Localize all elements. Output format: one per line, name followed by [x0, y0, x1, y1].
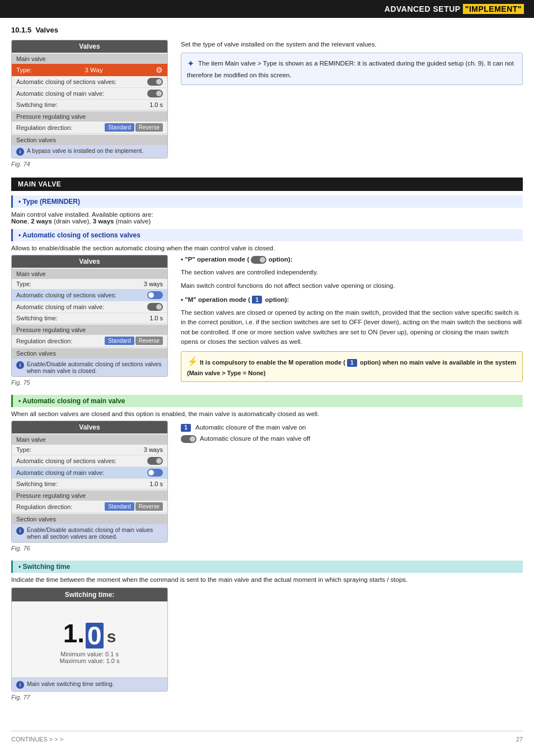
- valves-panel-fig76: Valves Main valve Type: 3 ways Automatic…: [11, 421, 168, 543]
- fig76-pressure-group: Pressure regulating valve: [12, 491, 167, 501]
- fig77-label: Fig. 77: [11, 694, 171, 701]
- switch-value-unit: s: [107, 627, 116, 646]
- switching-time-desc: Indicate the time between the moment whe…: [11, 576, 523, 583]
- switch-min-max: Minimum value: 0.1 s Maximum value: 1.0 …: [17, 648, 162, 672]
- switch-min: Minimum value: 0.1 s: [17, 651, 162, 657]
- closure-off-text: Automatic closure of the main valve off: [200, 434, 310, 444]
- fig76-note: i Enable/Disable automatic closing of ma…: [12, 524, 167, 542]
- fig76-switching-row: Switching time: 1.0 s: [12, 479, 167, 489]
- fig76-panel: Valves Main valve Type: 3 ways Automatic…: [11, 421, 171, 556]
- fig76-std-rev-buttons: Standard Reverse: [105, 502, 163, 511]
- type-reminder-subtitle: • Type (REMINDER): [11, 195, 523, 208]
- compass-icon: ✦: [187, 59, 194, 68]
- type-value: 3 Way: [85, 67, 102, 73]
- mode-p-desc1: The section valves are controlled indepe…: [181, 268, 523, 277]
- page-number: 27: [516, 736, 523, 743]
- fig75-section-valves-group: Section valves: [12, 348, 167, 358]
- mode-m-entry: • "M" operation mode ( 1 option): The se…: [181, 295, 523, 347]
- fig75-info-icon: i: [16, 361, 24, 369]
- fig75-panel-title: Valves: [12, 255, 167, 268]
- info-box-reminder: ✦ The item Main valve > Type is shown as…: [181, 53, 523, 85]
- reverse-btn[interactable]: Reverse: [135, 123, 163, 132]
- regulation-row: Regulation direction: Standard Reverse: [12, 122, 167, 134]
- auto-close-main-block: Valves Main valve Type: 3 ways Automatic…: [11, 421, 523, 556]
- auto-close-sections-subtitle: • Automatic closing of sections valves: [11, 229, 523, 241]
- continues-text: CONTINUES > > >: [11, 736, 63, 743]
- switch-value-dec: 0: [86, 623, 104, 648]
- valves-panel-title: Valves: [12, 40, 167, 53]
- switching-time-block: Switching time: 1.0s Minimum value: 0.1 …: [11, 587, 523, 705]
- info-icon: i: [16, 148, 24, 156]
- fig75-sections-toggle[interactable]: [147, 291, 163, 299]
- fig75-note: i Enable/Disable automatic closing of se…: [12, 358, 167, 376]
- header-highlight: "IMPLEMENT": [463, 4, 524, 14]
- warn-icon: ⚡: [187, 357, 198, 366]
- fig77-panel: Switching time: 1.0s Minimum value: 0.1 …: [11, 587, 171, 705]
- std-rev-buttons: Standard Reverse: [105, 123, 163, 132]
- closure-on-text: Automatic closure of the main valve on: [195, 423, 306, 432]
- auto-close-sections-toggle[interactable]: [147, 78, 163, 86]
- valves-panel-fig75: Valves Main valve Type: 3 ways Automatic…: [11, 255, 168, 377]
- type-label: Type:: [16, 67, 32, 73]
- auto-close-sections-modes: • "P" operation mode ( option): The sect…: [181, 255, 523, 382]
- fig76-main-toggle[interactable]: [147, 469, 163, 477]
- auto-close-main-toggle[interactable]: [147, 90, 163, 97]
- auto-close-main-row: Automatic closing of main valve:: [12, 88, 167, 100]
- fig75-auto-main-row: Automatic closing of main valve:: [12, 301, 167, 313]
- fig76-info-icon: i: [16, 527, 24, 535]
- fig75-panel: Valves Main valve Type: 3 ways Automatic…: [11, 255, 171, 390]
- closure-on-ind: 1: [181, 424, 191, 432]
- fig75-switching-row: Switching time: 1.0 s: [12, 313, 167, 324]
- fig76-type-row: Type: 3 ways: [12, 445, 167, 455]
- fig76-standard-btn[interactable]: Standard: [105, 502, 134, 511]
- warn-box: ⚡ It is compulsory to enable the M opera…: [181, 351, 523, 382]
- main-valve-banner: MAIN VALVE: [11, 178, 523, 191]
- fig77-note: i Main valve switching time setting.: [12, 678, 167, 691]
- mode-m-desc: The section valves are closed or opened …: [181, 308, 523, 347]
- switch-time-display: 1.0s Minimum value: 0.1 s Maximum value:…: [12, 601, 167, 678]
- switching-time-row: Switching time: 1.0 s: [12, 100, 167, 110]
- auto-close-main-legend: 1 Automatic closure of the main valve on…: [181, 421, 523, 446]
- auto-close-sections-desc: Allows to enable/disable the section aut…: [11, 245, 523, 251]
- type-row: Type: 3 Way ⚙: [12, 64, 167, 76]
- closure-off-row: Automatic closure of the main valve off: [181, 434, 523, 444]
- fig74-note: i A bypass valve is installed on the imp…: [12, 145, 167, 158]
- info-box-text: The item Main valve > Type is shown as a…: [187, 60, 514, 78]
- fig76-reverse-btn[interactable]: Reverse: [135, 502, 163, 511]
- warn-ind1: 1: [347, 359, 357, 367]
- auto-close-main-subtitle: • Automatic closing of main valve: [11, 395, 523, 407]
- mode-p-desc2: Main switch control functions do not aff…: [181, 281, 523, 291]
- fig77-info-icon: i: [16, 681, 24, 689]
- fig75-main-valve-group: Main valve: [12, 269, 167, 279]
- header-title: ADVANCED SETUP: [385, 4, 463, 13]
- fig76-panel-title: Valves: [12, 421, 167, 433]
- switch-max: Maximum value: 1.0 s: [17, 657, 162, 664]
- fig76-label: Fig. 76: [11, 545, 171, 552]
- auto-close-sections-row: Automatic closing of sections valves:: [12, 76, 167, 88]
- gear-icon[interactable]: ⚙: [156, 66, 163, 74]
- fig74-panel: Valves Main valve Type: 3 Way ⚙ Automati…: [11, 40, 171, 172]
- fig74-block: Valves Main valve Type: 3 Way ⚙ Automati…: [11, 40, 523, 172]
- fig76-sections-toggle[interactable]: [147, 457, 163, 465]
- fig75-reverse-btn[interactable]: Reverse: [135, 337, 163, 345]
- section-valves-group: Section valves: [12, 135, 167, 145]
- fig75-auto-sections-row: Automatic closing of sections valves:: [12, 290, 167, 301]
- fig75-standard-btn[interactable]: Standard: [105, 337, 134, 345]
- fig75-regulation-row: Regulation direction: Standard Reverse: [12, 335, 167, 347]
- type-reminder-text: Main control valve installed. Available …: [11, 211, 523, 225]
- mode-p-entry: • "P" operation mode ( option): The sect…: [181, 255, 523, 291]
- switch-time-value: 1.0s: [17, 618, 162, 648]
- fig75-type-row: Type: 3 ways: [12, 279, 167, 290]
- fig76-section-valves-group: Section valves: [12, 514, 167, 524]
- fig76-main-valve-group: Main valve: [12, 435, 167, 445]
- fig75-label: Fig. 75: [11, 379, 171, 386]
- standard-btn[interactable]: Standard: [105, 123, 134, 132]
- fig75-std-rev-buttons: Standard Reverse: [105, 337, 163, 345]
- type-options-text: None, 2 ways (drain valve), 3 ways (main…: [11, 218, 151, 225]
- auto-close-sections-block: Valves Main valve Type: 3 ways Automatic…: [11, 255, 523, 390]
- pressure-group: Pressure regulating valve: [12, 111, 167, 122]
- fig74-description: Set the type of valve installed on the s…: [181, 40, 523, 88]
- auto-close-main-desc: When all section valves are closed and t…: [11, 410, 523, 417]
- valves-panel-fig74: Valves Main valve Type: 3 Way ⚙ Automati…: [11, 40, 168, 158]
- fig75-main-toggle[interactable]: [147, 303, 163, 311]
